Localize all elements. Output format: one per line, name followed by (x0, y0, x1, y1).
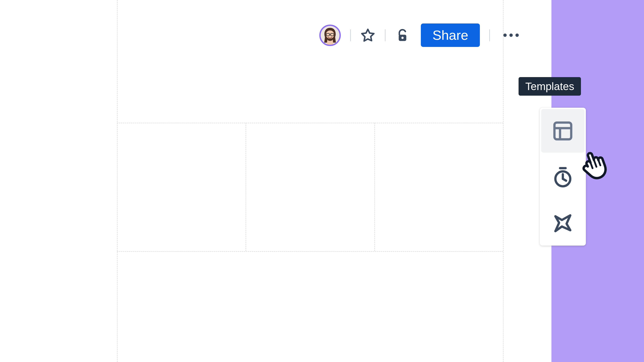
star-icon[interactable] (360, 28, 376, 43)
more-horizontal-icon[interactable] (501, 28, 521, 42)
stopwatch-icon (552, 166, 574, 188)
avatar-illustration (321, 26, 340, 45)
timer-button[interactable] (540, 154, 586, 200)
grid-vline (374, 123, 375, 251)
page-toolbar: Share (0, 13, 552, 57)
templates-button[interactable] (541, 109, 584, 153)
side-tool-panel (540, 108, 586, 246)
toolbar-separator (385, 29, 386, 41)
unlock-icon[interactable] (395, 28, 410, 43)
grid-vline (246, 123, 246, 251)
grid-hline (117, 251, 503, 252)
grid-hline (117, 123, 503, 123)
svg-rect-7 (554, 122, 571, 139)
apps-button[interactable] (540, 200, 586, 246)
toolbar-separator (489, 29, 490, 41)
templates-tooltip: Templates (518, 77, 581, 96)
svg-point-6 (402, 37, 404, 39)
svg-line-13 (563, 179, 566, 181)
user-avatar[interactable] (319, 24, 341, 46)
share-button[interactable]: Share (421, 23, 480, 47)
app-star-icon (552, 212, 574, 234)
layout-icon (552, 120, 574, 142)
toolbar-separator (350, 29, 351, 41)
